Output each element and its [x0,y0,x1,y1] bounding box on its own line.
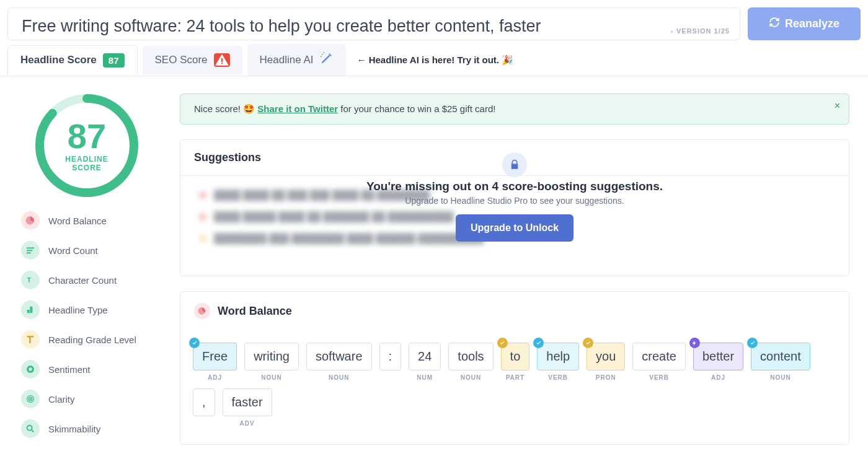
headline-ai-callout: ← Headline AI is here! Try it out. 🎉 [357,55,514,66]
refresh-icon [769,17,780,31]
word-chip: fasterADV [223,388,272,427]
overlay-sub: Upgrade to Headline Studio Pro to see yo… [405,196,624,206]
sidebar-item-headline-type[interactable]: Headline Type [21,300,155,319]
word-pos: VERB [548,374,568,381]
sidebar-item-label: Reading Grade Level [48,335,136,345]
tab-headline-ai[interactable]: Headline AI [247,44,346,76]
svg-rect-8 [27,250,32,251]
score-circle: 87 HEADLINE SCORE [35,94,139,198]
sidebar-item-label: Clarity [48,394,75,405]
tab-seo-score[interactable]: SEO Score [143,46,242,74]
version-label: VERSION 1/25 [670,27,730,35]
tab-headline-score[interactable]: Headline Score 87 [7,45,138,76]
word-chip: toolsNOUN [448,343,493,381]
sidebar-item-clarity[interactable]: Clarity [21,390,155,408]
lines-icon [21,241,40,260]
reanalyze-button[interactable]: Reanalyze [748,7,861,40]
word-text: better [693,343,743,370]
word-pos: NOUN [770,374,790,381]
overlay-heading: You're missing out on 4 score-boosting s… [366,180,663,193]
word-pos: NOUN [461,374,481,381]
lock-icon [502,152,527,177]
book-icon [21,330,40,349]
svg-rect-7 [27,247,34,248]
word-chip: , [193,388,215,427]
word-balance-card: Word Balance FreeADJwritingNOUNsoftwareN… [180,291,849,445]
headline-text[interactable]: Free writing software: 24 tools to help … [22,17,726,36]
sidebar-item-word-balance[interactable]: Word Balance [21,211,155,230]
svg-point-17 [27,426,32,431]
sidebar-item-label: Skimmability [48,424,100,434]
word-text: create [632,343,686,370]
bars-icon [21,300,40,319]
svg-point-16 [30,398,30,399]
sidebar-item-label: Sentiment [48,364,91,375]
word-chip: softwareNOUN [306,343,372,381]
face-icon [21,360,40,379]
sidebar-item-skimmability[interactable]: Skimmability [21,419,155,438]
bolt-icon [689,338,700,348]
word-chip: FreeADJ [193,343,237,381]
sidebar-item-label: Character Count [48,275,117,286]
pie-icon [21,211,40,230]
word-pos: ADV [240,420,255,427]
sidebar-item-word-count[interactable]: Word Count [21,241,155,260]
sidebar-item-label: Word Count [48,245,98,256]
word-pos: PART [506,374,525,381]
word-chip: writingNOUN [244,343,299,381]
search-icon [21,419,40,438]
svg-point-3 [323,52,324,53]
word-text: faster [223,388,272,416]
pie-icon [194,303,210,319]
word-text: help [537,343,579,370]
check-icon [497,338,508,348]
word-pos: NUM [417,374,433,381]
word-text: content [751,343,810,370]
word-text: : [379,343,402,370]
word-text: you [587,343,625,370]
word-chip: : [379,343,402,381]
ai-pencil-icon [320,51,334,68]
svg-rect-0 [221,58,222,62]
svg-point-2 [321,54,322,55]
word-pos: PRON [596,374,616,381]
word-chip: contentNOUN [751,343,810,381]
word-text: 24 [409,343,441,370]
score-label: HEADLINE SCORE [65,155,108,173]
close-icon[interactable]: × [835,100,840,112]
word-pos: NOUN [261,374,281,381]
target-icon [21,390,40,408]
score-badge: 87 [103,53,125,68]
word-pos: ADJ [711,374,725,381]
sidebar-item-label: Headline Type [48,305,108,315]
sidebar-item-sentiment[interactable]: Sentiment [21,360,155,379]
word-text: software [306,343,372,370]
upgrade-button[interactable]: Upgrade to Unlock [456,214,574,242]
word-text: , [193,388,215,416]
word-pos: ADJ [208,374,222,381]
check-icon [747,338,758,348]
svg-rect-9 [27,252,31,253]
t-icon: T [21,271,40,289]
word-chip: betterADJ [693,343,743,381]
word-chip: youPRON [587,343,625,381]
share-twitter-link[interactable]: Share it on Twitter [257,103,338,114]
word-pos: VERB [649,374,669,381]
warning-icon [214,53,230,67]
word-text: tools [448,343,493,370]
word-text: Free [193,343,237,370]
tabs-row: Headline Score 87 SEO Score Headline AI … [0,40,868,76]
svg-rect-1 [221,63,222,64]
svg-point-13 [29,367,32,370]
headline-input-container: Free writing software: 24 tools to help … [7,7,740,40]
sidebar: 87 HEADLINE SCORE Word BalanceWord Count… [19,94,155,430]
score-number: 87 [68,119,106,154]
check-icon [583,338,593,348]
word-text: writing [244,343,299,370]
sidebar-item-character-count[interactable]: TCharacter Count [21,271,155,289]
share-banner: Nice score! 🤩 Share it on Twitter for yo… [180,94,849,125]
svg-point-4 [320,56,321,57]
word-chip: helpVERB [537,343,579,381]
word-chip: toPART [501,343,530,381]
sidebar-item-reading-grade-level[interactable]: Reading Grade Level [21,330,155,349]
